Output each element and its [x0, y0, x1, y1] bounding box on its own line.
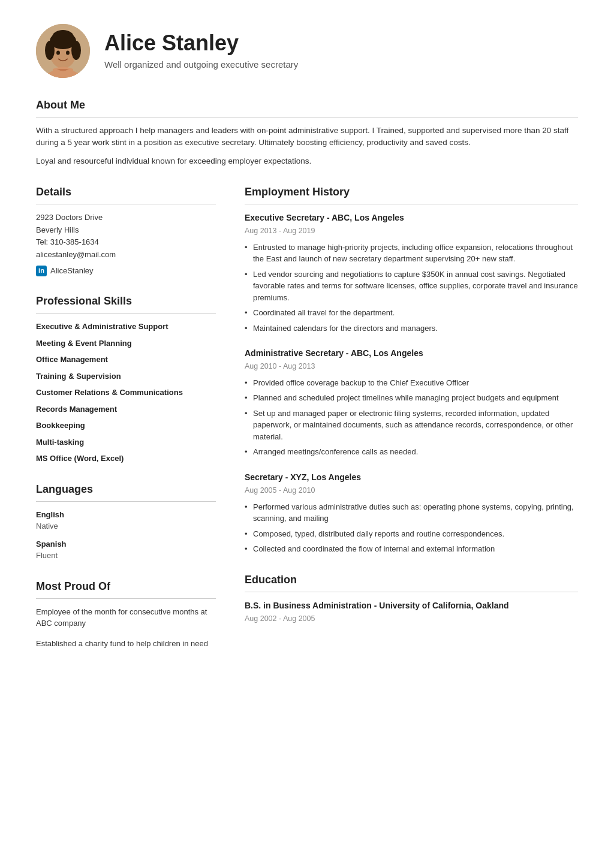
job-0-bullet-0: Entrusted to manage high-priority projec…	[245, 242, 578, 265]
svg-point-5	[45, 41, 55, 60]
job-0-bullet-3: Maintained calendars for the directors a…	[245, 323, 578, 334]
candidate-name: Alice Stanley	[104, 30, 298, 56]
languages-title: Languages	[36, 481, 216, 502]
right-column: Employment History Executive Secretary -…	[245, 184, 578, 667]
skill-0: Executive & Administrative Support	[36, 321, 216, 333]
skill-7: Multi-tasking	[36, 436, 216, 448]
language-0: English Native	[36, 509, 216, 532]
about-para-1: With a structured approach I help manage…	[36, 125, 578, 149]
languages-section: Languages English Native Spanish Fluent	[36, 481, 216, 562]
about-section: About Me With a structured approach I he…	[36, 97, 578, 167]
skill-1: Meeting & Event Planning	[36, 337, 216, 349]
job-dates-0: Aug 2013 - Aug 2019	[245, 225, 578, 237]
language-1: Spanish Fluent	[36, 538, 216, 562]
skill-6: Bookkeeping	[36, 420, 216, 432]
phone: Tel: 310-385-1634	[36, 236, 216, 249]
language-name-0: English	[36, 509, 216, 521]
edu-dates-0: Aug 2002 - Aug 2005	[245, 613, 578, 625]
about-title: About Me	[36, 97, 578, 117]
edu-0: B.S. in Business Administration - Univer…	[245, 599, 578, 625]
address-line1: 2923 Doctors Drive	[36, 212, 216, 224]
details-section: Details 2923 Doctors Drive Beverly Hills…	[36, 184, 216, 277]
skill-3: Training & Supervision	[36, 370, 216, 382]
skill-5: Records Management	[36, 403, 216, 415]
about-para-2: Loyal and resourceful individual known f…	[36, 155, 578, 167]
job-1-bullet-1: Planned and scheduled project timelines …	[245, 392, 578, 404]
employment-title: Employment History	[245, 184, 578, 204]
job-bullets-2: Performed various administrative duties …	[245, 501, 578, 555]
job-0-bullet-2: Coordinated all travel for the departmen…	[245, 307, 578, 319]
left-column: Details 2923 Doctors Drive Beverly Hills…	[36, 184, 216, 667]
job-title-0: Executive Secretary - ABC, Los Angeles	[245, 212, 578, 224]
linkedin-handle: AliceStanley	[50, 265, 94, 277]
skill-8: MS Office (Word, Excel)	[36, 453, 216, 465]
avatar	[36, 24, 90, 78]
job-2-bullet-2: Collected and coordinated the flow of in…	[245, 543, 578, 555]
edu-title-0: B.S. in Business Administration - Univer…	[245, 599, 578, 612]
svg-point-7	[52, 30, 74, 44]
job-1-bullet-2: Set up and managed paper or electronic f…	[245, 408, 578, 443]
candidate-subtitle: Well organized and outgoing executive se…	[104, 58, 298, 72]
proud-title: Most Proud Of	[36, 578, 216, 599]
employment-section: Employment History Executive Secretary -…	[245, 184, 578, 555]
proud-item-1: Established a charity fund to help child…	[36, 638, 216, 650]
skill-4: Customer Relations & Communications	[36, 387, 216, 399]
address-line2: Beverly Hills	[36, 224, 216, 237]
job-0-bullet-1: Led vendor sourcing and negotiations to …	[245, 269, 578, 304]
svg-point-8	[56, 51, 60, 55]
job-2: Secretary - XYZ, Los Angeles Aug 2005 - …	[245, 471, 578, 555]
email: alicestanley@mail.com	[36, 249, 216, 261]
linkedin-row: in AliceStanley	[36, 265, 216, 277]
job-2-bullet-1: Composed, typed, distributed daily repor…	[245, 528, 578, 540]
job-dates-1: Aug 2010 - Aug 2013	[245, 361, 578, 372]
skills-title: Professional Skills	[36, 293, 216, 314]
education-title: Education	[245, 572, 578, 592]
language-name-1: Spanish	[36, 538, 216, 550]
details-title: Details	[36, 184, 216, 204]
proud-section: Most Proud Of Employee of the month for …	[36, 578, 216, 650]
proud-item-0: Employee of the month for consecutive mo…	[36, 606, 216, 629]
job-title-2: Secretary - XYZ, Los Angeles	[245, 471, 578, 484]
svg-point-6	[71, 41, 81, 60]
job-1: Administrative Secretary - ABC, Los Ange…	[245, 347, 578, 458]
resume-header: Alice Stanley Well organized and outgoin…	[36, 24, 578, 78]
job-1-bullet-0: Provided office coverage backup to the C…	[245, 377, 578, 389]
job-2-bullet-0: Performed various administrative duties …	[245, 501, 578, 525]
job-bullets-0: Entrusted to manage high-priority projec…	[245, 242, 578, 334]
education-section: Education B.S. in Business Administratio…	[245, 572, 578, 625]
job-1-bullet-3: Arranged meetings/conference calls as ne…	[245, 446, 578, 458]
two-column-layout: Details 2923 Doctors Drive Beverly Hills…	[36, 184, 578, 667]
job-dates-2: Aug 2005 - Aug 2010	[245, 485, 578, 496]
linkedin-icon: in	[36, 266, 47, 276]
language-level-0: Native	[36, 520, 216, 532]
job-0: Executive Secretary - ABC, Los Angeles A…	[245, 212, 578, 334]
header-text: Alice Stanley Well organized and outgoin…	[104, 30, 298, 72]
job-title-1: Administrative Secretary - ABC, Los Ange…	[245, 347, 578, 360]
skills-section: Professional Skills Executive & Administ…	[36, 293, 216, 465]
job-bullets-1: Provided office coverage backup to the C…	[245, 377, 578, 458]
svg-point-9	[66, 51, 70, 55]
skill-2: Office Management	[36, 354, 216, 366]
language-level-1: Fluent	[36, 550, 216, 562]
